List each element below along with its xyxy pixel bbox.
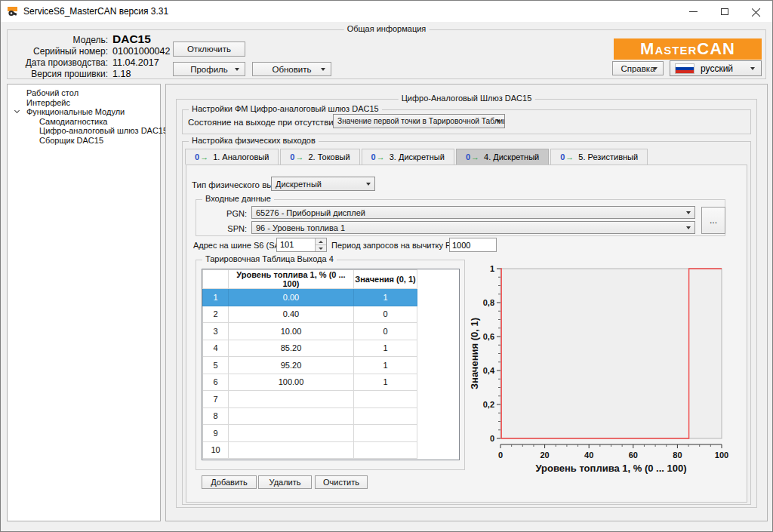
table-row[interactable]: 8 <box>203 407 459 425</box>
table-cell[interactable] <box>229 407 354 425</box>
table-row[interactable]: 595.201 <box>203 357 459 374</box>
output-state-select[interactable]: Значение первой точки в Тарировочной Таб… <box>333 114 505 128</box>
table-cell[interactable]: 0 <box>354 323 417 340</box>
table-cell[interactable]: 10.00 <box>229 323 354 340</box>
table-cell-filler <box>417 441 459 459</box>
table-cell[interactable]: 2 <box>203 306 229 323</box>
table-cell[interactable]: 95.20 <box>229 357 354 374</box>
tab-output-1[interactable]: 0→1. Аналоговый <box>185 149 279 165</box>
table-cell[interactable]: 10 <box>203 441 229 459</box>
close-button[interactable] <box>741 1 772 22</box>
delete-row-button[interactable]: Удалить <box>258 475 312 489</box>
pgn-select[interactable]: 65276 - Приборный дисплей <box>251 206 695 219</box>
poll-period-input[interactable] <box>449 238 497 252</box>
svg-text:80: 80 <box>673 451 682 460</box>
add-row-button[interactable]: Добавить <box>202 475 257 489</box>
close-icon <box>752 7 761 16</box>
table-cell[interactable]: 8 <box>203 407 229 425</box>
tree-item[interactable]: Самодиагностика <box>8 117 160 127</box>
table-cell[interactable]: 7 <box>203 391 229 408</box>
table-cell[interactable]: 0.00 <box>229 289 354 306</box>
table-header: Уровень топлива 1, % (0 ... 100) <box>229 270 354 289</box>
table-cell[interactable]: 1 <box>203 289 229 306</box>
svg-text:Значения (0, 1): Значения (0, 1) <box>469 318 480 389</box>
table-row[interactable]: 485.201 <box>203 340 459 357</box>
table-cell[interactable] <box>354 407 417 425</box>
minimize-button[interactable] <box>677 1 709 22</box>
tree-item[interactable]: Рабочий стол <box>8 88 160 98</box>
table-row[interactable]: 10 <box>203 441 459 459</box>
calibration-chart: 00,20,40,60,81020406080100Уровень топлив… <box>467 262 748 479</box>
spin-up-button[interactable] <box>316 238 326 245</box>
table-cell[interactable]: 0 <box>354 306 417 323</box>
update-button-label: Обновить <box>272 65 311 74</box>
tree-item[interactable]: Цифро-аналоговый шлюз DAC15 <box>8 126 160 136</box>
calibration-table-group-title: Тарировочная Таблица Выхода 4 <box>202 254 337 263</box>
pgn-label: PGN: <box>199 209 247 218</box>
profile-button-label: Профиль <box>190 65 228 74</box>
table-cell[interactable] <box>354 425 417 442</box>
table-cell[interactable]: 1 <box>354 340 417 357</box>
table-cell[interactable]: 100.00 <box>229 374 354 391</box>
help-button[interactable]: Справка <box>612 61 664 75</box>
tab-output-4[interactable]: 0→4. Дискретный <box>456 149 549 165</box>
table-row[interactable]: 10.001 <box>203 289 459 306</box>
tab-counter: 0 <box>290 152 294 161</box>
table-cell[interactable] <box>354 391 417 408</box>
spn-select[interactable]: 96 - Уровень топлива 1 <box>251 221 695 234</box>
tab-counter: 0 <box>560 152 565 161</box>
tree-item[interactable]: Функциональные Модули <box>8 107 160 117</box>
spin-down-button[interactable] <box>316 245 326 251</box>
table-row[interactable]: 9 <box>203 425 459 442</box>
logo-text-can: CAN <box>697 39 735 59</box>
tab-label: 4. Дискретный <box>484 152 539 161</box>
info-row: Дата производства:11.04.2017 <box>7 57 169 68</box>
table-cell[interactable]: 0.40 <box>229 306 354 323</box>
table-cell[interactable] <box>229 391 354 408</box>
app-icon <box>7 6 18 17</box>
table-cell[interactable]: 85.20 <box>229 340 354 357</box>
table-row[interactable]: 310.000 <box>203 323 459 340</box>
language-select[interactable]: русский <box>670 60 762 76</box>
table-cell[interactable]: 1 <box>354 374 417 391</box>
tree-item[interactable]: Интерфейс <box>8 98 160 108</box>
maximize-button[interactable] <box>709 1 741 22</box>
general-info-group-title: Общая информация <box>344 24 430 33</box>
tab-output-3[interactable]: 0→3. Дискретный <box>362 149 454 165</box>
clear-table-button[interactable]: Очистить <box>315 475 368 489</box>
sa-address-spinner[interactable]: 101 <box>276 238 327 252</box>
info-row: Модель:DAC15 <box>7 32 169 45</box>
info-row: Версия прошивки:1.18 <box>7 69 169 79</box>
calibration-table[interactable]: Уровень топлива 1, % (0 ... 100)Значения… <box>202 269 460 460</box>
table-row[interactable]: 6100.001 <box>203 374 459 391</box>
pgn-spn-browse-button[interactable]: ... <box>701 207 725 234</box>
table-cell[interactable]: 4 <box>203 340 229 357</box>
table-cell[interactable] <box>229 441 354 459</box>
tab-output-2[interactable]: 0→2. Токовый <box>280 149 359 165</box>
sa-address-value: 101 <box>277 238 315 251</box>
tab-label: 5. Резистивный <box>578 152 638 161</box>
svg-text:0,8: 0,8 <box>483 298 494 307</box>
chevron-down-icon <box>235 68 239 71</box>
tree-item[interactable]: Сборщик DAC15 <box>8 136 160 146</box>
table-cell[interactable]: 9 <box>203 425 229 442</box>
table-cell[interactable]: 1 <box>354 357 417 374</box>
table-cell[interactable]: 3 <box>203 323 229 340</box>
table-cell[interactable] <box>229 425 354 442</box>
table-cell-filler <box>417 374 459 391</box>
table-row[interactable]: 20.400 <box>203 306 459 323</box>
update-button[interactable]: Обновить <box>252 62 331 76</box>
sa-address-label: Адрес на шине S6 (SA): <box>193 241 285 250</box>
chevron-expanded-icon[interactable] <box>14 108 20 113</box>
table-cell[interactable] <box>354 441 417 459</box>
table-cell[interactable]: 6 <box>203 374 229 391</box>
profile-button[interactable]: Профиль <box>173 62 245 76</box>
tab-output-5[interactable]: 0→5. Резистивный <box>550 149 648 165</box>
disconnect-button[interactable]: Отключить <box>173 42 245 57</box>
output-type-select[interactable]: Дискретный <box>271 177 375 191</box>
table-cell[interactable]: 1 <box>354 289 417 306</box>
table-cell[interactable]: 5 <box>203 357 229 374</box>
chevron-down-icon <box>321 68 325 71</box>
table-row[interactable]: 7 <box>203 391 459 408</box>
arrow-right-icon: → <box>377 152 385 161</box>
